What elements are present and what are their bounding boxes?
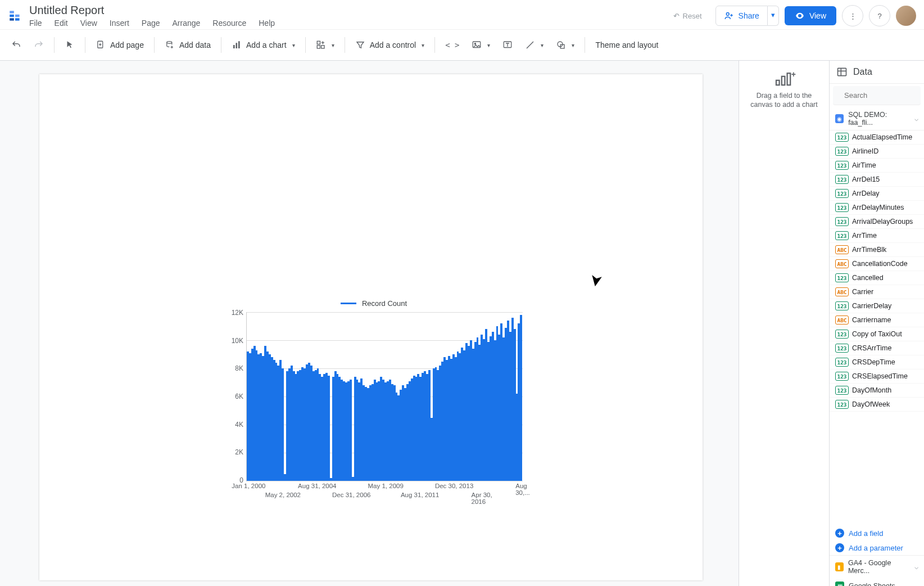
shape-button[interactable]: ▾ bbox=[550, 37, 580, 53]
field-item[interactable]: 123ArrDelay bbox=[830, 187, 924, 201]
field-item[interactable]: 123DayOfWeek bbox=[830, 398, 924, 412]
add-field-link[interactable]: + Add a field bbox=[830, 526, 924, 540]
field-item[interactable]: 123CRSArrTime bbox=[830, 341, 924, 355]
reset-button[interactable]: ↶ Reset bbox=[665, 7, 710, 25]
share-dropdown[interactable]: ▾ bbox=[768, 6, 779, 26]
field-name: ArrTimeBlk bbox=[852, 246, 886, 254]
menu-view[interactable]: View bbox=[80, 19, 97, 28]
svg-rect-16 bbox=[236, 43, 238, 48]
field-list: 123ActualElapsedTime123AirlineID123AirTi… bbox=[830, 130, 924, 526]
field-item[interactable]: 123CRSElapsedTime bbox=[830, 369, 924, 384]
database-plus-icon bbox=[165, 40, 175, 50]
numeric-type-icon: 123 bbox=[835, 372, 849, 381]
field-name: CancellationCode bbox=[852, 260, 908, 268]
datasource-ga[interactable]: ▮ GA4 - Google Merc... ⌵ bbox=[830, 555, 924, 578]
redo-icon bbox=[34, 40, 44, 50]
field-item[interactable]: 123ArrDelayMinutes bbox=[830, 201, 924, 215]
caret-down-icon: ▾ bbox=[572, 42, 574, 48]
select-tool[interactable] bbox=[59, 37, 80, 53]
menu-help[interactable]: Help bbox=[259, 19, 275, 28]
menu-arrange[interactable]: Arrange bbox=[173, 19, 201, 28]
field-name: CRSArrTime bbox=[852, 344, 891, 352]
datasource-label: SQL DEMO: faa_fli... bbox=[848, 111, 910, 127]
image-button[interactable]: ▾ bbox=[466, 37, 496, 53]
table-icon bbox=[836, 66, 848, 78]
field-item[interactable]: 123CRSDepTime bbox=[830, 355, 924, 369]
user-avatar[interactable] bbox=[896, 6, 916, 26]
field-item[interactable]: ABCCarriername bbox=[830, 313, 924, 327]
reset-label: Reset bbox=[683, 12, 702, 20]
add-data-button[interactable]: Add data bbox=[159, 37, 216, 53]
add-parameter-label: Add a parameter bbox=[849, 544, 903, 552]
field-name: Carrier bbox=[852, 288, 873, 296]
field-item[interactable]: 123ArrivalDelayGroups bbox=[830, 215, 924, 229]
expand-icon[interactable]: ⌵ bbox=[914, 563, 918, 571]
svg-rect-4 bbox=[15, 18, 20, 20]
add-chart-label: Add a chart bbox=[246, 40, 287, 49]
field-name: ArrDel15 bbox=[852, 175, 880, 183]
menu-page[interactable]: Page bbox=[142, 19, 160, 28]
share-button[interactable]: Share bbox=[715, 6, 768, 26]
redo-button[interactable] bbox=[28, 37, 49, 53]
menu-edit[interactable]: Edit bbox=[55, 19, 68, 28]
expand-icon[interactable]: ⌵ bbox=[914, 115, 918, 123]
field-item[interactable]: 123DayOfMonth bbox=[830, 384, 924, 398]
field-item[interactable]: 123CarrierDelay bbox=[830, 299, 924, 313]
help-button[interactable]: ? bbox=[869, 5, 890, 26]
svg-point-8 bbox=[799, 15, 800, 17]
undo-button[interactable] bbox=[6, 37, 27, 53]
menu-file[interactable]: File bbox=[29, 19, 42, 28]
numeric-type-icon: 123 bbox=[835, 189, 849, 198]
field-item[interactable]: 123ActualElapsedTime bbox=[830, 130, 924, 145]
add-chart-button[interactable]: Add a chart ▾ bbox=[226, 37, 301, 53]
svg-line-26 bbox=[527, 42, 533, 48]
canvas-scroll[interactable]: Record Count 12K10K8K6K4K2K0 Jan 1, 2000… bbox=[0, 61, 739, 586]
menu-resource[interactable]: Resource bbox=[212, 19, 246, 28]
field-name: Cancelled bbox=[852, 274, 884, 282]
ga4-icon: ▮ bbox=[835, 562, 844, 571]
caret-down-icon: ▾ bbox=[487, 42, 490, 48]
add-parameter-link[interactable]: + Add a parameter bbox=[830, 540, 924, 555]
line-button[interactable]: ▾ bbox=[519, 37, 549, 53]
field-item[interactable]: 123ArrDel15 bbox=[830, 173, 924, 187]
numeric-type-icon: 123 bbox=[835, 358, 849, 367]
field-item[interactable]: 123AirTime bbox=[830, 159, 924, 173]
mouse-cursor-icon: ➤ bbox=[586, 272, 606, 288]
add-page-button[interactable]: Add page bbox=[90, 37, 150, 53]
field-item[interactable]: 123ArrTime bbox=[830, 229, 924, 243]
search-input[interactable] bbox=[843, 91, 924, 100]
field-name: ActualElapsedTime bbox=[852, 133, 912, 141]
field-item[interactable]: ABCCarrier bbox=[830, 285, 924, 299]
add-control-button[interactable]: Add a control ▾ bbox=[350, 37, 431, 53]
field-item[interactable]: ABCCancellationCode bbox=[830, 257, 924, 271]
menu-insert[interactable]: Insert bbox=[110, 19, 129, 28]
text-type-icon: ABC bbox=[835, 245, 849, 254]
theme-layout-button[interactable]: Theme and layout bbox=[590, 37, 664, 53]
community-viz-button[interactable]: ▾ bbox=[310, 37, 340, 53]
text-button[interactable] bbox=[497, 37, 518, 53]
expand-icon[interactable]: ⌵ bbox=[914, 582, 918, 586]
view-label: View bbox=[809, 11, 826, 20]
more-options-button[interactable]: ⋮ bbox=[842, 5, 863, 26]
caret-down-icon: ▾ bbox=[332, 42, 334, 48]
field-item[interactable]: ABCArrTimeBlk bbox=[830, 243, 924, 257]
field-item[interactable]: 123Cancelled bbox=[830, 271, 924, 285]
app-logo bbox=[8, 8, 22, 23]
doc-title[interactable]: Untitled Report bbox=[29, 4, 665, 16]
time-series-chart[interactable]: Record Count 12K10K8K6K4K2K0 Jan 1, 2000… bbox=[225, 299, 523, 504]
field-item[interactable]: 123Copy of TaxiOut bbox=[830, 327, 924, 341]
field-name: ArrTime bbox=[852, 232, 877, 240]
share-label: Share bbox=[739, 11, 759, 20]
datasource-bq[interactable]: ◉ SQL DEMO: faa_fli... ⌵ bbox=[830, 107, 924, 130]
main-area: Record Count 12K10K8K6K4K2K0 Jan 1, 2000… bbox=[0, 61, 924, 586]
datasource-gs[interactable]: ▦ Google Sheets ⌵ bbox=[830, 578, 924, 586]
field-name: AirlineID bbox=[852, 147, 878, 155]
field-item[interactable]: 123AirlineID bbox=[830, 145, 924, 159]
url-embed-button[interactable]: < > bbox=[440, 37, 465, 53]
svg-rect-29 bbox=[776, 80, 780, 85]
line-icon bbox=[525, 40, 535, 50]
view-button[interactable]: View bbox=[785, 6, 836, 25]
plus-badge-icon: + bbox=[791, 70, 796, 79]
report-page[interactable]: Record Count 12K10K8K6K4K2K0 Jan 1, 2000… bbox=[39, 74, 703, 580]
field-search[interactable] bbox=[833, 86, 921, 105]
